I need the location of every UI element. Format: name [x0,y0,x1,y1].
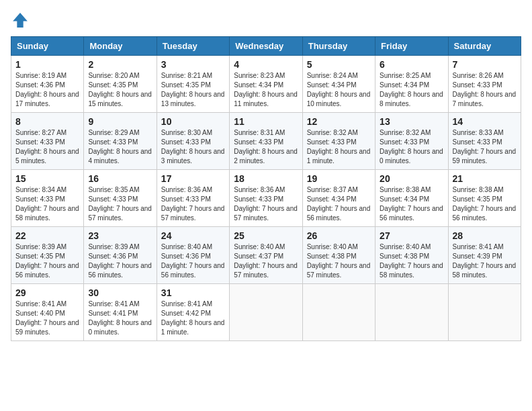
day-number: 26 [307,230,371,241]
calendar-table: SundayMondayTuesdayWednesdayThursdayFrid… [11,36,521,341]
day-number: 11 [234,116,298,127]
calendar-cell [375,284,448,341]
day-number: 10 [161,116,225,127]
day-number: 2 [88,59,152,70]
calendar-cell: 24Sunrise: 8:40 AM Sunset: 4:36 PM Dayli… [157,227,229,284]
calendar-cell: 17Sunrise: 8:36 AM Sunset: 4:33 PM Dayli… [157,170,229,227]
day-number: 7 [453,59,517,70]
calendar-cell: 7Sunrise: 8:26 AM Sunset: 4:33 PM Daylig… [448,56,521,113]
calendar-week-2: 8Sunrise: 8:27 AM Sunset: 4:33 PM Daylig… [11,113,521,170]
day-number: 15 [15,173,79,184]
day-info: Sunrise: 8:41 AM Sunset: 4:39 PM Dayligh… [453,242,517,280]
day-info: Sunrise: 8:36 AM Sunset: 4:33 PM Dayligh… [161,185,225,223]
header-day-tuesday: Tuesday [157,37,229,56]
calendar-cell: 21Sunrise: 8:38 AM Sunset: 4:35 PM Dayli… [448,170,521,227]
calendar-week-3: 15Sunrise: 8:34 AM Sunset: 4:33 PM Dayli… [11,170,521,227]
calendar-cell: 19Sunrise: 8:37 AM Sunset: 4:34 PM Dayli… [302,170,375,227]
day-info: Sunrise: 8:30 AM Sunset: 4:33 PM Dayligh… [161,128,225,166]
calendar-cell: 31Sunrise: 8:41 AM Sunset: 4:42 PM Dayli… [157,284,229,341]
day-info: Sunrise: 8:25 AM Sunset: 4:34 PM Dayligh… [380,71,443,109]
day-number: 31 [161,287,225,298]
day-info: Sunrise: 8:26 AM Sunset: 4:33 PM Dayligh… [453,71,517,109]
day-info: Sunrise: 8:23 AM Sunset: 4:34 PM Dayligh… [234,71,298,109]
calendar-header: SundayMondayTuesdayWednesdayThursdayFrid… [11,37,521,56]
calendar-week-1: 1Sunrise: 8:19 AM Sunset: 4:36 PM Daylig… [11,56,521,113]
calendar-cell: 15Sunrise: 8:34 AM Sunset: 4:33 PM Dayli… [11,170,84,227]
day-number: 4 [234,59,298,70]
calendar-cell: 13Sunrise: 8:32 AM Sunset: 4:33 PM Dayli… [375,113,448,170]
day-number: 6 [380,59,443,70]
day-info: Sunrise: 8:32 AM Sunset: 4:33 PM Dayligh… [307,128,371,166]
day-info: Sunrise: 8:19 AM Sunset: 4:36 PM Dayligh… [15,71,79,109]
day-info: Sunrise: 8:39 AM Sunset: 4:35 PM Dayligh… [15,242,79,280]
day-number: 29 [15,287,79,298]
day-number: 25 [234,230,298,241]
day-number: 5 [307,59,371,70]
calendar-cell: 14Sunrise: 8:33 AM Sunset: 4:33 PM Dayli… [448,113,521,170]
day-info: Sunrise: 8:40 AM Sunset: 4:36 PM Dayligh… [161,242,225,280]
day-info: Sunrise: 8:36 AM Sunset: 4:33 PM Dayligh… [234,185,298,223]
day-info: Sunrise: 8:38 AM Sunset: 4:35 PM Dayligh… [453,185,517,223]
day-info: Sunrise: 8:38 AM Sunset: 4:34 PM Dayligh… [380,185,443,223]
header-day-sunday: Sunday [11,37,84,56]
day-info: Sunrise: 8:31 AM Sunset: 4:33 PM Dayligh… [234,128,298,166]
logo-icon [11,11,30,30]
svg-marker-0 [13,13,28,28]
calendar-cell: 26Sunrise: 8:40 AM Sunset: 4:38 PM Dayli… [302,227,375,284]
calendar-cell [448,284,521,341]
calendar-cell: 4Sunrise: 8:23 AM Sunset: 4:34 PM Daylig… [230,56,302,113]
day-number: 22 [15,230,79,241]
calendar-cell: 6Sunrise: 8:25 AM Sunset: 4:34 PM Daylig… [375,56,448,113]
calendar-week-4: 22Sunrise: 8:39 AM Sunset: 4:35 PM Dayli… [11,227,521,284]
day-info: Sunrise: 8:21 AM Sunset: 4:35 PM Dayligh… [161,71,225,109]
logo [11,11,32,30]
calendar-cell: 11Sunrise: 8:31 AM Sunset: 4:33 PM Dayli… [230,113,302,170]
day-number: 13 [380,116,443,127]
header-day-saturday: Saturday [448,37,521,56]
day-number: 27 [380,230,443,241]
header-row: SundayMondayTuesdayWednesdayThursdayFrid… [11,37,521,56]
day-info: Sunrise: 8:32 AM Sunset: 4:33 PM Dayligh… [380,128,443,166]
calendar-cell: 10Sunrise: 8:30 AM Sunset: 4:33 PM Dayli… [157,113,229,170]
day-info: Sunrise: 8:33 AM Sunset: 4:33 PM Dayligh… [453,128,517,166]
header [11,11,521,30]
day-number: 14 [453,116,517,127]
calendar-cell: 30Sunrise: 8:41 AM Sunset: 4:41 PM Dayli… [84,284,157,341]
day-info: Sunrise: 8:40 AM Sunset: 4:37 PM Dayligh… [234,242,298,280]
day-info: Sunrise: 8:41 AM Sunset: 4:41 PM Dayligh… [88,300,152,337]
calendar-cell: 2Sunrise: 8:20 AM Sunset: 4:35 PM Daylig… [84,56,157,113]
day-number: 3 [161,59,225,70]
calendar-cell: 5Sunrise: 8:24 AM Sunset: 4:34 PM Daylig… [302,56,375,113]
calendar-cell: 16Sunrise: 8:35 AM Sunset: 4:33 PM Dayli… [84,170,157,227]
header-day-wednesday: Wednesday [230,37,302,56]
calendar-cell: 8Sunrise: 8:27 AM Sunset: 4:33 PM Daylig… [11,113,84,170]
day-info: Sunrise: 8:39 AM Sunset: 4:36 PM Dayligh… [88,242,152,280]
calendar-cell: 12Sunrise: 8:32 AM Sunset: 4:33 PM Dayli… [302,113,375,170]
day-info: Sunrise: 8:29 AM Sunset: 4:33 PM Dayligh… [88,128,152,166]
calendar-cell: 27Sunrise: 8:40 AM Sunset: 4:38 PM Dayli… [375,227,448,284]
day-info: Sunrise: 8:40 AM Sunset: 4:38 PM Dayligh… [380,242,443,280]
day-number: 30 [88,287,152,298]
day-info: Sunrise: 8:40 AM Sunset: 4:38 PM Dayligh… [307,242,371,280]
day-number: 1 [15,59,79,70]
day-number: 9 [88,116,152,127]
header-day-monday: Monday [84,37,157,56]
day-info: Sunrise: 8:34 AM Sunset: 4:33 PM Dayligh… [15,185,79,223]
calendar-cell: 23Sunrise: 8:39 AM Sunset: 4:36 PM Dayli… [84,227,157,284]
calendar-cell: 28Sunrise: 8:41 AM Sunset: 4:39 PM Dayli… [448,227,521,284]
calendar-cell: 18Sunrise: 8:36 AM Sunset: 4:33 PM Dayli… [230,170,302,227]
day-number: 20 [380,173,443,184]
calendar-cell: 29Sunrise: 8:41 AM Sunset: 4:40 PM Dayli… [11,284,84,341]
calendar-cell: 1Sunrise: 8:19 AM Sunset: 4:36 PM Daylig… [11,56,84,113]
day-number: 19 [307,173,371,184]
calendar-week-5: 29Sunrise: 8:41 AM Sunset: 4:40 PM Dayli… [11,284,521,341]
day-number: 8 [15,116,79,127]
calendar-cell: 20Sunrise: 8:38 AM Sunset: 4:34 PM Dayli… [375,170,448,227]
calendar-cell: 3Sunrise: 8:21 AM Sunset: 4:35 PM Daylig… [157,56,229,113]
day-number: 12 [307,116,371,127]
day-info: Sunrise: 8:24 AM Sunset: 4:34 PM Dayligh… [307,71,371,109]
day-info: Sunrise: 8:27 AM Sunset: 4:33 PM Dayligh… [15,128,79,166]
calendar-cell: 9Sunrise: 8:29 AM Sunset: 4:33 PM Daylig… [84,113,157,170]
day-info: Sunrise: 8:37 AM Sunset: 4:34 PM Dayligh… [307,185,371,223]
day-number: 21 [453,173,517,184]
